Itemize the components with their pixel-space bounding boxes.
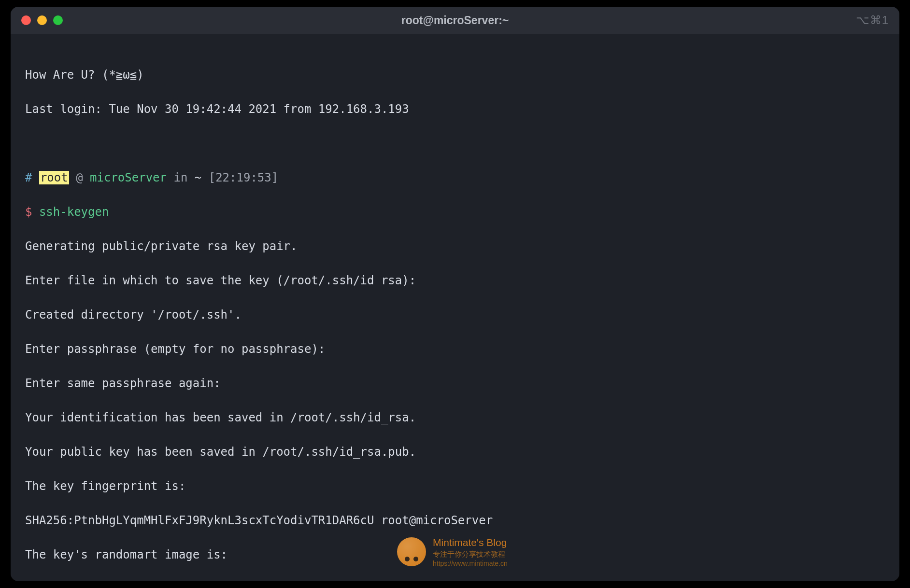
terminal-window: root@microServer:~ ⌥⌘1 How Are U? (*≧ω≦)… [11, 7, 899, 581]
output-line: Created directory '/root/.ssh'. [25, 307, 885, 324]
output-line: Enter passphrase (empty for no passphras… [25, 341, 885, 358]
watermark-title: Mintimate's Blog [433, 535, 508, 550]
traffic-lights [21, 15, 63, 25]
watermark-subtitle: 专注于你分享技术教程 [433, 550, 508, 559]
motd-line: How Are U? (*≧ω≦) [25, 67, 885, 84]
prompt-at: @ [69, 171, 90, 184]
randomart-line: +---[RSA 2048]----+ [25, 581, 885, 581]
watermark-logo-icon [397, 537, 426, 566]
prompt-user: root [39, 171, 69, 184]
terminal-body[interactable]: How Are U? (*≧ω≦) Last login: Tue Nov 30… [11, 34, 899, 581]
watermark-text: Mintimate's Blog 专注于你分享技术教程 https://www.… [433, 535, 508, 569]
command-line-1: $ ssh-keygen [25, 204, 885, 221]
output-line: Enter same passphrase again: [25, 375, 885, 392]
last-login-line: Last login: Tue Nov 30 19:42:44 2021 fro… [25, 101, 885, 118]
output-line: Your public key has been saved in /root/… [25, 444, 885, 461]
titlebar: root@microServer:~ ⌥⌘1 [11, 7, 899, 34]
output-line: Your identification has been saved in /r… [25, 409, 885, 427]
window-title: root@microServer:~ [401, 14, 509, 27]
output-line: Generating public/private rsa key pair. [25, 238, 885, 255]
tab-shortcut: ⌥⌘1 [856, 14, 889, 27]
watermark: Mintimate's Blog 专注于你分享技术教程 https://www.… [397, 535, 508, 569]
close-button[interactable] [21, 15, 31, 25]
output-line: SHA256:PtnbHgLYqmMHlFxFJ9RyknL3scxTcYodi… [25, 512, 885, 530]
output-line: Enter file in which to save the key (/ro… [25, 272, 885, 290]
output-line: The key fingerprint is: [25, 478, 885, 495]
prompt-line-1: # root @ microServer in ~ [22:19:53] [25, 169, 885, 187]
blank-line [25, 135, 885, 153]
prompt-time: [22:19:53] [201, 171, 278, 184]
prompt-in: in [167, 171, 195, 184]
minimize-button[interactable] [37, 15, 47, 25]
prompt-dollar: $ [25, 205, 32, 219]
prompt-path: ~ [195, 171, 201, 184]
command-text: ssh-keygen [32, 205, 109, 219]
watermark-url: https://www.mintimate.cn [433, 559, 508, 569]
prompt-hash: # [25, 171, 32, 184]
maximize-button[interactable] [53, 15, 63, 25]
prompt-host: microServer [90, 171, 167, 184]
